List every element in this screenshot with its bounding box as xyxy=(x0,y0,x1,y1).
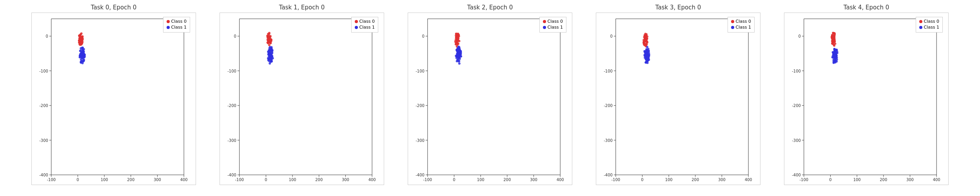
chart-title-3: Task 3, Epoch 0 xyxy=(655,4,701,11)
svg-text:-400: -400 xyxy=(227,173,236,177)
svg-text:100: 100 xyxy=(101,178,108,182)
svg-point-317 xyxy=(267,59,270,62)
svg-text:100: 100 xyxy=(853,178,861,182)
svg-text:400: 400 xyxy=(745,178,752,182)
svg-text:-200: -200 xyxy=(792,103,801,108)
svg-text:-100: -100 xyxy=(47,178,56,182)
svg-text:-200: -200 xyxy=(604,103,613,108)
svg-point-247 xyxy=(269,41,272,44)
svg-text:-400: -400 xyxy=(39,173,48,177)
svg-point-330 xyxy=(269,49,271,51)
chart-svg-2: -10001002003004000-100-200-300-400 xyxy=(408,13,572,185)
class1-dot xyxy=(167,26,170,29)
svg-text:300: 300 xyxy=(906,178,914,182)
legend-item-class1-4: Class 1 xyxy=(919,25,939,30)
svg-point-825 xyxy=(834,60,836,62)
svg-point-249 xyxy=(270,39,272,41)
svg-point-244 xyxy=(268,32,270,34)
svg-text:-200: -200 xyxy=(39,103,48,108)
class1-dot xyxy=(731,26,734,29)
class0-dot xyxy=(355,20,358,23)
chart-wrapper-4: Task 4, Epoch 0-10001002003004000-100-20… xyxy=(772,4,960,192)
svg-point-413 xyxy=(455,42,457,44)
legend-label-class0: Class 0 xyxy=(924,19,939,24)
svg-text:200: 200 xyxy=(315,178,323,182)
svg-text:-100: -100 xyxy=(792,69,801,73)
svg-point-165 xyxy=(82,49,84,51)
svg-point-662 xyxy=(648,59,650,61)
svg-text:0: 0 xyxy=(265,178,267,182)
svg-text:-300: -300 xyxy=(792,138,801,143)
svg-point-496 xyxy=(459,50,461,52)
class1-dot xyxy=(919,26,922,29)
svg-point-494 xyxy=(457,54,459,56)
legend-label-class0: Class 0 xyxy=(171,19,187,24)
charts-container: Task 0, Epoch 0-10001002003004000-100-20… xyxy=(0,0,980,196)
legend-1: Class 0Class 1 xyxy=(351,17,378,33)
svg-point-159 xyxy=(81,60,83,62)
chart-title-2: Task 2, Epoch 0 xyxy=(467,4,513,11)
legend-item-class0-4: Class 0 xyxy=(919,19,939,24)
legend-item-class1-3: Class 1 xyxy=(731,25,751,30)
svg-point-328 xyxy=(268,53,270,56)
legend-item-class1-1: Class 1 xyxy=(355,25,375,30)
svg-text:-100: -100 xyxy=(611,178,620,182)
svg-point-655 xyxy=(646,62,649,64)
svg-point-663 xyxy=(644,55,646,57)
legend-3: Class 0Class 1 xyxy=(728,17,755,33)
legend-label-class1: Class 1 xyxy=(548,25,563,30)
svg-point-329 xyxy=(270,58,272,60)
svg-point-79 xyxy=(81,36,83,38)
svg-text:-100: -100 xyxy=(423,178,432,182)
chart-area-2: -10001002003004000-100-200-300-400Class … xyxy=(408,13,572,185)
svg-text:400: 400 xyxy=(557,178,564,182)
svg-text:-300: -300 xyxy=(227,138,236,143)
svg-point-327 xyxy=(270,60,273,63)
chart-svg-1: -10001002003004000-100-200-300-400 xyxy=(220,13,384,185)
legend-0: Class 0Class 1 xyxy=(163,17,190,33)
svg-point-416 xyxy=(456,36,459,38)
svg-text:200: 200 xyxy=(880,178,887,182)
svg-text:0: 0 xyxy=(422,34,424,38)
svg-text:0: 0 xyxy=(829,178,831,182)
svg-text:400: 400 xyxy=(180,178,188,182)
svg-point-80 xyxy=(80,42,83,44)
svg-text:300: 300 xyxy=(718,178,726,182)
legend-label-class1: Class 1 xyxy=(359,25,375,30)
class1-dot xyxy=(543,26,546,29)
svg-text:300: 300 xyxy=(342,178,349,182)
chart-wrapper-3: Task 3, Epoch 0-10001002003004000-100-20… xyxy=(584,4,772,192)
svg-point-250 xyxy=(267,41,269,44)
svg-point-470 xyxy=(458,62,461,65)
chart-area-3: -10001002003004000-100-200-300-400Class … xyxy=(596,13,760,185)
svg-point-495 xyxy=(460,53,462,55)
legend-item-class1-2: Class 1 xyxy=(543,25,563,30)
chart-area-1: -10001002003004000-100-200-300-400Class … xyxy=(220,13,384,185)
chart-area-4: -10001002003004000-100-200-300-400Class … xyxy=(784,13,949,185)
svg-point-617 xyxy=(646,46,648,48)
legend-item-class0-2: Class 0 xyxy=(543,19,563,24)
svg-point-748 xyxy=(831,35,833,37)
svg-point-497 xyxy=(457,60,460,62)
svg-point-583 xyxy=(644,40,647,42)
svg-text:-100: -100 xyxy=(227,69,236,73)
svg-point-147 xyxy=(80,49,82,52)
svg-text:-100: -100 xyxy=(235,178,244,182)
svg-point-325 xyxy=(268,51,270,53)
svg-point-164 xyxy=(80,54,82,56)
svg-text:300: 300 xyxy=(530,178,537,182)
class0-dot xyxy=(167,20,170,23)
class0-dot xyxy=(919,20,922,23)
svg-text:0: 0 xyxy=(45,34,48,38)
legend-label-class0: Class 0 xyxy=(736,19,751,24)
svg-point-566 xyxy=(645,33,648,36)
svg-point-749 xyxy=(832,39,834,41)
svg-text:200: 200 xyxy=(691,178,699,182)
class0-dot xyxy=(731,20,734,23)
svg-text:0: 0 xyxy=(234,34,236,38)
svg-text:0: 0 xyxy=(76,178,79,182)
legend-label-class1: Class 1 xyxy=(736,25,751,30)
svg-text:-100: -100 xyxy=(799,178,808,182)
class0-dot xyxy=(543,20,546,23)
svg-point-829 xyxy=(833,48,836,50)
